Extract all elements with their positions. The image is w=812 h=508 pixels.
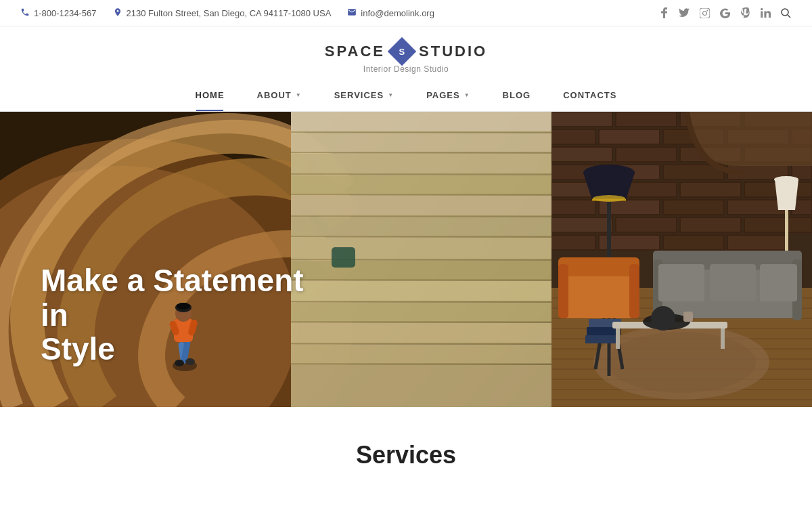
svg-point-106 bbox=[774, 176, 798, 183]
svg-rect-15 bbox=[291, 238, 551, 259]
email-text: info@demolink.org bbox=[361, 8, 434, 18]
svg-rect-80 bbox=[663, 235, 724, 250]
nav-item-pages[interactable]: PAGES ▼ bbox=[410, 79, 486, 111]
svg-rect-11 bbox=[291, 154, 551, 174]
google-icon[interactable] bbox=[719, 7, 731, 19]
header: SPACE S STUDIO Interior Design Studio bbox=[0, 26, 812, 79]
topbar: 1-800-1234-567 2130 Fulton Street, San D… bbox=[0, 0, 812, 26]
nav-label-contacts: CONTACTS bbox=[563, 90, 616, 100]
hero-left-panel: Make a Statement in Style bbox=[0, 112, 551, 407]
svg-point-95 bbox=[607, 332, 756, 393]
nav-label-about: ABOUT bbox=[257, 90, 292, 100]
svg-rect-117 bbox=[710, 264, 756, 301]
services-title: Services bbox=[356, 441, 456, 469]
nav-item-contacts[interactable]: CONTACTS bbox=[547, 79, 633, 111]
chevron-down-icon: ▼ bbox=[464, 92, 470, 98]
svg-point-3 bbox=[782, 9, 788, 16]
svg-rect-20 bbox=[291, 345, 551, 364]
phone-number: 1-800-1234-567 bbox=[34, 8, 97, 18]
svg-rect-17 bbox=[291, 281, 551, 301]
topbar-left: 1-800-1234-567 2130 Fulton Street, San D… bbox=[20, 7, 434, 19]
svg-rect-81 bbox=[727, 235, 788, 250]
svg-rect-56 bbox=[551, 147, 612, 162]
svg-rect-9 bbox=[291, 112, 551, 132]
nav-label-services: SERVICES bbox=[334, 90, 384, 100]
nav-label-blog: BLOG bbox=[503, 90, 531, 100]
email-info: info@demolink.org bbox=[347, 7, 434, 19]
svg-point-101 bbox=[593, 195, 625, 202]
address-text: 2130 Fulton Street, San Diego, CA 94117-… bbox=[127, 8, 332, 18]
hero-headline: Make a Statement in Style bbox=[41, 263, 325, 366]
nav-item-services[interactable]: SERVICES ▼ bbox=[318, 79, 410, 111]
topbar-right bbox=[658, 7, 792, 19]
svg-rect-110 bbox=[558, 264, 568, 318]
svg-rect-51 bbox=[551, 129, 595, 144]
nav-item-blog[interactable]: BLOG bbox=[487, 79, 547, 111]
svg-rect-77 bbox=[744, 217, 812, 232]
svg-rect-75 bbox=[616, 217, 677, 232]
svg-rect-19 bbox=[291, 323, 551, 343]
services-section-header: Services bbox=[0, 407, 812, 483]
svg-rect-67 bbox=[680, 182, 741, 197]
svg-rect-69 bbox=[551, 200, 595, 215]
svg-rect-120 bbox=[616, 329, 620, 349]
svg-rect-16 bbox=[291, 261, 551, 280]
svg-rect-34 bbox=[332, 247, 355, 268]
chevron-down-icon: ▼ bbox=[388, 92, 394, 98]
svg-rect-121 bbox=[721, 329, 725, 349]
hero-text: Make a Statement in Style bbox=[41, 263, 325, 366]
svg-line-4 bbox=[788, 15, 790, 18]
svg-rect-71 bbox=[663, 200, 724, 215]
svg-rect-12 bbox=[291, 175, 551, 194]
logo-part1: SPACE bbox=[325, 43, 385, 60]
svg-rect-109 bbox=[558, 257, 639, 276]
hero-section: Make a Statement in Style bbox=[0, 112, 812, 407]
navbar: HOME ABOUT ▼ SERVICES ▼ PAGES ▼ BLOG CON… bbox=[0, 79, 812, 112]
address-info: 2130 Fulton Street, San Diego, CA 94117-… bbox=[113, 7, 332, 19]
nav-item-about[interactable]: ABOUT ▼ bbox=[241, 79, 318, 111]
svg-rect-78 bbox=[551, 235, 595, 250]
nav-label-pages: PAGES bbox=[426, 90, 460, 100]
svg-rect-47 bbox=[551, 112, 612, 127]
logo-row: SPACE S STUDIO bbox=[325, 41, 487, 62]
svg-rect-116 bbox=[658, 264, 704, 301]
linkedin-icon[interactable] bbox=[759, 7, 771, 19]
svg-point-123 bbox=[651, 306, 675, 331]
svg-point-2 bbox=[706, 9, 708, 11]
svg-rect-74 bbox=[551, 217, 612, 232]
nav-label-home: HOME bbox=[196, 90, 225, 100]
svg-rect-18 bbox=[291, 303, 551, 322]
svg-rect-111 bbox=[629, 264, 639, 318]
instagram-icon[interactable] bbox=[698, 7, 710, 19]
svg-rect-108 bbox=[558, 271, 639, 318]
logo-subtitle: Interior Design Studio bbox=[363, 64, 449, 74]
logo-diamond: S bbox=[388, 37, 416, 66]
svg-rect-48 bbox=[616, 112, 677, 127]
svg-rect-13 bbox=[291, 196, 551, 216]
svg-rect-118 bbox=[760, 264, 797, 301]
facebook-icon[interactable] bbox=[658, 7, 670, 19]
search-icon[interactable] bbox=[780, 7, 792, 19]
svg-rect-21 bbox=[291, 365, 551, 407]
svg-rect-14 bbox=[291, 217, 551, 236]
logo-diamond-letter: S bbox=[399, 46, 405, 56]
email-icon bbox=[347, 7, 357, 19]
pinterest-icon[interactable] bbox=[739, 7, 751, 19]
hero-right-panel bbox=[551, 112, 812, 407]
svg-rect-57 bbox=[616, 147, 677, 162]
location-icon bbox=[113, 7, 122, 19]
chevron-down-icon: ▼ bbox=[296, 92, 302, 98]
svg-rect-10 bbox=[291, 133, 551, 152]
svg-rect-76 bbox=[680, 217, 741, 232]
svg-point-1 bbox=[702, 11, 706, 15]
svg-rect-124 bbox=[683, 312, 693, 322]
phone-info: 1-800-1234-567 bbox=[20, 7, 97, 19]
nav-item-home[interactable]: HOME bbox=[179, 79, 241, 111]
phone-icon bbox=[20, 7, 30, 19]
twitter-icon[interactable] bbox=[678, 7, 690, 19]
svg-rect-0 bbox=[700, 8, 710, 18]
logo-part2: STUDIO bbox=[419, 43, 487, 60]
svg-rect-102 bbox=[585, 335, 619, 343]
svg-rect-52 bbox=[599, 129, 660, 144]
